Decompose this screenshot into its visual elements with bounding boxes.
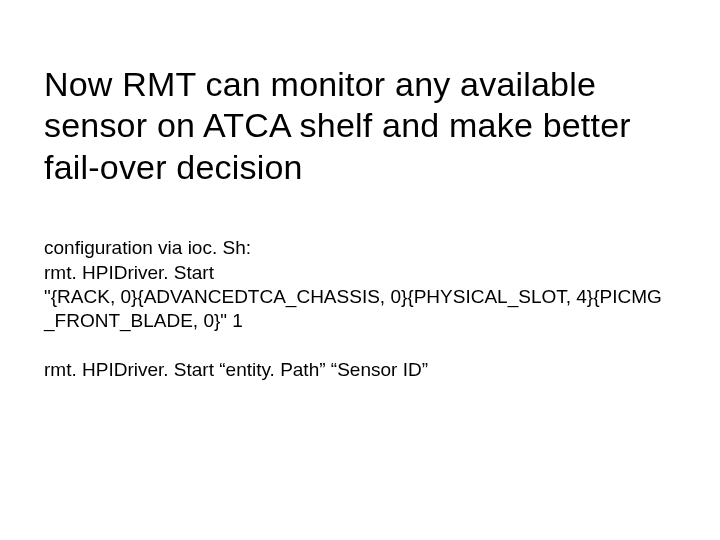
config-cmd1-line3: _FRONT_BLADE, 0}" 1 <box>44 309 676 333</box>
config-block: configuration via ioc. Sh: rmt. HPIDrive… <box>44 236 676 333</box>
config-cmd2-line: rmt. HPIDriver. Start “entity. Path” “Se… <box>44 358 676 382</box>
config-cmd1-line2: "{RACK, 0}{ADVANCEDTCA_CHASSIS, 0}{PHYSI… <box>44 285 676 309</box>
config-cmd1-line1: rmt. HPIDriver. Start <box>44 261 676 285</box>
slide: Now RMT can monitor any available sensor… <box>0 0 720 540</box>
slide-title: Now RMT can monitor any available sensor… <box>44 64 676 188</box>
config-usage-block: rmt. HPIDriver. Start “entity. Path” “Se… <box>44 358 676 382</box>
config-intro-line: configuration via ioc. Sh: <box>44 236 676 260</box>
